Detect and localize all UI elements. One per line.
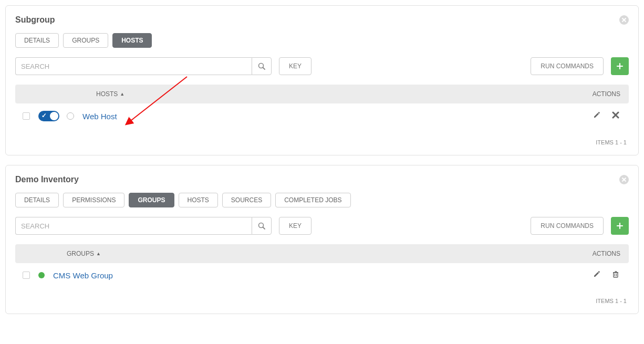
sort-asc-icon: ▲ [120, 91, 124, 97]
actions-column-label: ACTIONS [593, 250, 629, 257]
key-button[interactable]: KEY [279, 57, 311, 75]
sort-column[interactable]: GROUPS▲ [67, 250, 101, 257]
edit-icon[interactable] [593, 270, 600, 280]
actions-column-label: ACTIONS [593, 90, 629, 98]
search-button[interactable] [252, 217, 272, 235]
search-input[interactable] [15, 57, 252, 75]
tab-permissions[interactable]: PERMISSIONS [63, 193, 124, 207]
key-button[interactable]: KEY [279, 217, 311, 235]
run-commands-button[interactable]: RUN COMMANDS [531, 217, 604, 235]
tab-bar: DETAILSPERMISSIONSGROUPSHOSTSSOURCESCOMP… [15, 193, 629, 207]
row-name-link[interactable]: Web Host [82, 112, 117, 121]
tab-details[interactable]: DETAILS [15, 33, 59, 48]
tab-sources[interactable]: SOURCES [222, 193, 271, 207]
tab-completed jobs[interactable]: COMPLETED JOBS [275, 193, 350, 207]
table-header: HOSTS▲ ACTIONS [15, 85, 629, 103]
sort-asc-icon: ▲ [96, 251, 101, 256]
sort-column[interactable]: HOSTS▲ [96, 90, 124, 98]
row-name-link[interactable]: CMS Web Group [53, 271, 113, 280]
panel-0: Subgroup DETAILSGROUPSHOSTS KEY RUN COMM… [5, 5, 639, 155]
tab-details[interactable]: DETAILS [15, 193, 59, 207]
add-button[interactable] [611, 217, 629, 235]
tab-hosts[interactable]: HOSTS [179, 193, 218, 207]
table-row: CMS Web Group [15, 263, 629, 287]
search-button[interactable] [252, 57, 272, 75]
tab-groups[interactable]: GROUPS [129, 193, 174, 207]
host-enabled-toggle[interactable]: ✓ [38, 111, 59, 121]
tab-groups[interactable]: GROUPS [63, 33, 108, 48]
status-dot-icon [38, 272, 45, 278]
pagination-info: ITEMS 1 - 1 [15, 129, 629, 150]
table-header: GROUPS▲ ACTIONS [15, 244, 629, 263]
svg-line-2 [263, 68, 265, 70]
panel-title: Subgroup [15, 15, 55, 25]
tab-hosts[interactable]: HOSTS [112, 33, 152, 48]
edit-icon[interactable] [593, 111, 600, 121]
tab-bar: DETAILSGROUPSHOSTS [15, 33, 629, 48]
delete-icon[interactable] [612, 270, 619, 280]
pagination-info: ITEMS 1 - 1 [15, 287, 629, 308]
run-commands-button[interactable]: RUN COMMANDS [531, 57, 604, 75]
sort-column-label: HOSTS [96, 90, 118, 98]
row-checkbox[interactable] [23, 272, 30, 279]
add-button[interactable] [611, 57, 629, 75]
close-icon[interactable] [619, 15, 629, 25]
table-row: ✓ Web Host [15, 103, 629, 129]
disassociate-icon[interactable] [612, 111, 619, 121]
status-indicator-icon [67, 112, 74, 120]
close-icon[interactable] [619, 175, 629, 184]
panel-title: Demo Inventory [15, 175, 79, 184]
sort-column-label: GROUPS [67, 250, 94, 257]
row-checkbox[interactable] [23, 112, 30, 120]
svg-line-4 [263, 227, 265, 230]
panel-1: Demo Inventory DETAILSPERMISSIONSGROUPSH… [5, 165, 639, 314]
search-input[interactable] [15, 217, 252, 235]
